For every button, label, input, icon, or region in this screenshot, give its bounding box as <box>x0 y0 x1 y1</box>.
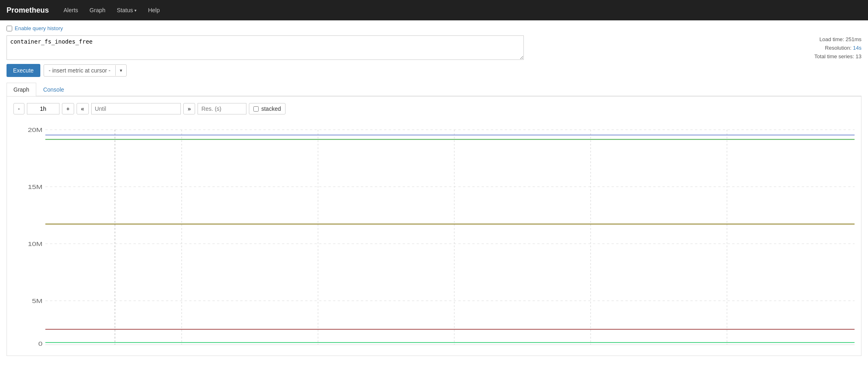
back-button[interactable]: « <box>77 103 89 114</box>
query-history-checkbox[interactable] <box>7 26 12 31</box>
svg-rect-0 <box>13 121 855 349</box>
query-history-text: Enable query history <box>15 25 63 31</box>
nav-help[interactable]: Help <box>143 4 165 17</box>
resolution-line: Resolution: 14s <box>814 44 861 53</box>
execute-row: Execute - insert metric at cursor - ▾ <box>7 64 861 77</box>
load-time-value: 251ms <box>846 36 861 42</box>
graph-controls: - + « » stacked <box>13 103 855 114</box>
resolution-value: 14s <box>853 45 861 51</box>
chart-container: 20M 15M 10M 5M 0 <box>13 121 855 349</box>
zoom-out-button[interactable]: - <box>13 103 24 114</box>
chevron-down-icon: ▾ <box>134 8 136 13</box>
query-input[interactable]: container_fs_inodes_free <box>7 35 524 60</box>
execute-button[interactable]: Execute <box>7 64 40 77</box>
navbar: Prometheus Alerts Graph Status ▾ Help <box>0 0 868 20</box>
forward-button[interactable]: » <box>183 103 196 114</box>
load-info: Load time: 251ms Resolution: 14s Total t… <box>814 35 861 61</box>
stacked-label[interactable]: stacked <box>249 103 285 114</box>
main-content: Enable query history container_fs_inodes… <box>0 20 868 361</box>
until-input[interactable] <box>91 103 181 114</box>
stacked-checkbox[interactable] <box>253 106 259 112</box>
load-time-label: Load time: <box>820 36 844 42</box>
svg-text:0: 0 <box>38 341 42 347</box>
tab-console[interactable]: Console <box>36 83 71 96</box>
total-series-line: Total time series: 13 <box>814 53 861 61</box>
brand-title: Prometheus <box>7 6 49 15</box>
query-history-row: Enable query history <box>7 25 861 31</box>
total-label: Total time series: <box>814 53 854 59</box>
svg-text:15M: 15M <box>28 184 42 190</box>
svg-text:20M: 20M <box>28 127 42 133</box>
total-value: 13 <box>856 53 861 59</box>
resolution-label: Resolution: <box>825 45 851 51</box>
chart-svg: 20M 15M 10M 5M 0 <box>13 121 855 349</box>
time-range-input[interactable] <box>27 103 59 114</box>
metric-selector[interactable]: - insert metric at cursor - ▾ <box>44 64 127 77</box>
svg-text:10M: 10M <box>28 241 42 247</box>
svg-text:5M: 5M <box>32 298 42 304</box>
nav-graph[interactable]: Graph <box>85 4 110 17</box>
tab-graph[interactable]: Graph <box>7 83 36 96</box>
nav-status[interactable]: Status ▾ <box>112 4 142 17</box>
metric-selector-text: - insert metric at cursor - <box>44 65 116 76</box>
nav-alerts[interactable]: Alerts <box>59 4 83 17</box>
zoom-in-button[interactable]: + <box>62 103 74 114</box>
load-time-line: Load time: 251ms <box>814 35 861 44</box>
stacked-text: stacked <box>261 105 281 112</box>
query-history-label[interactable]: Enable query history <box>7 25 63 31</box>
query-row: container_fs_inodes_free Load time: 251m… <box>7 35 861 60</box>
graph-panel: - + « » stacked <box>7 96 861 356</box>
nav-links: Alerts Graph Status ▾ Help <box>59 4 165 17</box>
nav-status-label: Status <box>117 7 133 13</box>
tabs-row: Graph Console <box>7 83 861 96</box>
resolution-input[interactable] <box>198 103 246 114</box>
chevron-down-icon: ▾ <box>115 65 126 76</box>
